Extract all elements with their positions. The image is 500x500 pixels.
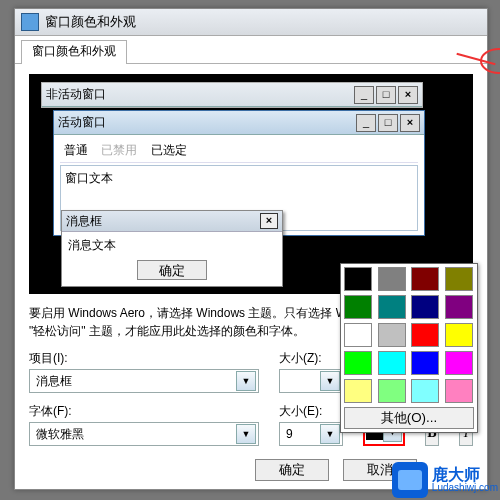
palette-color[interactable] <box>445 295 473 319</box>
palette-color[interactable] <box>445 379 473 403</box>
close-icon: × <box>400 114 420 132</box>
messagebox-sample: 消息框 × 消息文本 确定 <box>61 210 283 287</box>
preview-area: 非活动窗口 _ □ × 活动窗口 _ □ × <box>29 74 473 294</box>
palette-color[interactable] <box>411 267 439 291</box>
inactive-window-controls: _ □ × <box>354 86 418 104</box>
palette-color[interactable] <box>378 267 406 291</box>
palette-color[interactable] <box>344 323 372 347</box>
palette-grid <box>344 267 474 403</box>
dialog-titlebar[interactable]: 窗口颜色和外观 <box>15 9 487 36</box>
item-value: 消息框 <box>36 373 72 390</box>
palette-color[interactable] <box>445 351 473 375</box>
palette-color[interactable] <box>378 379 406 403</box>
dialog-title: 窗口颜色和外观 <box>45 13 136 31</box>
max-icon: □ <box>376 86 396 104</box>
palette-color[interactable] <box>344 267 372 291</box>
palette-color[interactable] <box>344 351 372 375</box>
item-label: 项目(I): <box>29 350 259 367</box>
watermark-logo-icon <box>392 462 428 498</box>
watermark: 鹿大师 Ludashiwj.com <box>392 462 498 498</box>
messagebox-titlebar: 消息框 × <box>62 211 282 232</box>
chevron-down-icon: ▼ <box>320 424 340 444</box>
messagebox-text: 消息文本 <box>68 237 276 254</box>
palette-color[interactable] <box>411 379 439 403</box>
palette-color[interactable] <box>411 323 439 347</box>
watermark-url: Ludashiwj.com <box>432 483 498 493</box>
palette-color[interactable] <box>378 295 406 319</box>
menu-disabled: 已禁用 <box>101 142 137 159</box>
min-icon: _ <box>354 86 374 104</box>
chevron-down-icon: ▼ <box>236 371 256 391</box>
active-title-text: 活动窗口 <box>58 114 106 131</box>
close-icon: × <box>260 213 278 229</box>
menu-selected: 已选定 <box>151 142 187 159</box>
tabs: 窗口颜色和外观 <box>15 36 487 64</box>
font-value: 微软雅黑 <box>36 426 84 443</box>
palette-color[interactable] <box>445 267 473 291</box>
size1-label: 大小(Z): <box>279 350 343 367</box>
chevron-down-icon: ▼ <box>236 424 256 444</box>
min-icon: _ <box>356 114 376 132</box>
menu-normal: 普通 <box>64 142 88 159</box>
palette-color[interactable] <box>411 351 439 375</box>
palette-color[interactable] <box>378 351 406 375</box>
active-window-controls: _ □ × <box>356 114 420 132</box>
item-combo[interactable]: 消息框 ▼ <box>29 369 259 393</box>
font-combo[interactable]: 微软雅黑 ▼ <box>29 422 259 446</box>
tab-appearance[interactable]: 窗口颜色和外观 <box>21 40 127 64</box>
watermark-name: 鹿大师 <box>432 467 498 483</box>
active-titlebar: 活动窗口 _ □ × <box>54 111 424 135</box>
palette-color[interactable] <box>344 295 372 319</box>
messagebox-title: 消息框 <box>66 213 102 230</box>
inactive-title-text: 非活动窗口 <box>46 86 106 103</box>
size2-value: 9 <box>286 427 293 441</box>
palette-color[interactable] <box>378 323 406 347</box>
messagebox-body: 消息文本 确定 <box>62 232 282 286</box>
messagebox-ok-button: 确定 <box>137 260 207 280</box>
size2-label: 大小(E): <box>279 403 343 420</box>
window-text: 窗口文本 <box>65 171 113 185</box>
chevron-down-icon: ▼ <box>320 371 340 391</box>
palette-color[interactable] <box>344 379 372 403</box>
max-icon: □ <box>378 114 398 132</box>
other-colors-button[interactable]: 其他(O)... <box>344 407 474 429</box>
font-label: 字体(F): <box>29 403 259 420</box>
menu-bar: 普通 已禁用 已选定 <box>60 139 418 163</box>
size1-combo[interactable]: ▼ <box>279 369 343 393</box>
inactive-window-sample: 非活动窗口 _ □ × <box>41 82 423 108</box>
inactive-titlebar: 非活动窗口 _ □ × <box>42 83 422 107</box>
close-icon: × <box>398 86 418 104</box>
app-icon <box>21 13 39 31</box>
size2-combo[interactable]: 9 ▼ <box>279 422 343 446</box>
ok-button[interactable]: 确定 <box>255 459 329 481</box>
palette-color[interactable] <box>411 295 439 319</box>
color-palette-popup: 其他(O)... <box>340 263 478 433</box>
palette-color[interactable] <box>445 323 473 347</box>
